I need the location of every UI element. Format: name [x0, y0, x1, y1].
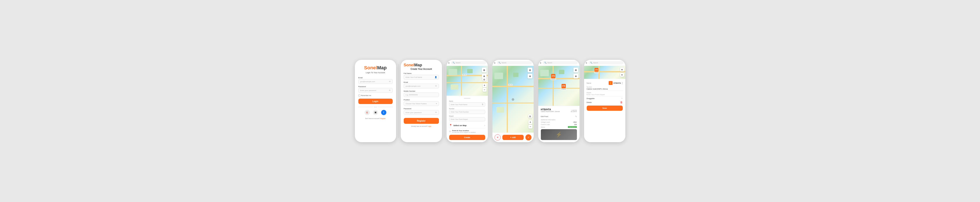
status-row: Status Operational	[541, 126, 577, 128]
edit-pencil-icon[interactable]: ✎	[575, 115, 577, 118]
draggable-toggle[interactable]: ⚬	[621, 98, 623, 99]
select-on-map-row[interactable]: 📍 Select on Map ›	[449, 123, 485, 128]
save-button[interactable]: Save	[587, 106, 623, 111]
screen-login-frame: SonelMap Login To Your Account Email you…	[355, 60, 396, 142]
logo-sonel: Sonel	[364, 65, 377, 71]
tower-image: ⚡	[555, 131, 562, 137]
reg-position-input[interactable]: Choose Your Work Position ▾	[404, 101, 439, 106]
grid-tool-btn-4[interactable]: ⊞	[528, 68, 532, 73]
number-field-input[interactable]: Enter Your Point Number	[449, 110, 485, 114]
map-right-tools-3: ⊞ ⊕	[482, 68, 487, 79]
gps-title: Point At Your location	[452, 129, 476, 131]
facebook-login-button[interactable]: f	[381, 110, 387, 115]
search-bar-3[interactable]: 🔍 Search	[451, 61, 486, 65]
edit-number-value[interactable]: Cabine mobil ENPC 20mva	[587, 88, 623, 91]
road-h2-5	[538, 88, 579, 88]
reg-mobile-input[interactable]: e.g. 055555555	[404, 93, 439, 97]
login-button[interactable]: Login	[358, 99, 393, 104]
hamburger-icon[interactable]: ≡	[448, 62, 450, 64]
email-icon: ✉	[389, 80, 391, 82]
apple-login-button[interactable]: ⌘	[373, 110, 378, 115]
edit-number-label: Number	[587, 86, 623, 88]
map-block-1-5	[540, 70, 549, 76]
map-block-3-4	[496, 107, 504, 112]
search-bar-5[interactable]: 🔍 Search	[542, 61, 578, 65]
map-body-4[interactable]: CM 101 ⊞ ⊕ ⊕ + − ◎	[492, 66, 534, 133]
search-bar-4[interactable]: 🔍 Search	[497, 61, 532, 65]
remember-checkbox[interactable]	[358, 95, 360, 96]
edit-hta-marker: HTB HTB/HTA	[594, 68, 599, 73]
additional-info-row: Additional Information	[541, 119, 577, 120]
google-login-button[interactable]: G	[364, 110, 370, 115]
divider-or: • • •	[374, 106, 377, 108]
email-input[interactable]: you@example.com ✉	[358, 79, 393, 84]
divider-line-left	[358, 107, 373, 107]
edit-grid-btn[interactable]: ⊞	[620, 68, 624, 71]
depart-field-input[interactable]: Enter Your Point Depart	[449, 117, 485, 122]
remember-row: Remember me	[358, 95, 371, 96]
zoom-minus-btn[interactable]: −	[483, 88, 487, 92]
email-label: Email	[358, 77, 363, 79]
create-point-panel: Name Enter Your Point Name ⇅ Number Ente…	[447, 96, 488, 142]
remember-label: Remember me	[361, 95, 371, 96]
map-block-2	[467, 69, 473, 73]
reg-password-input[interactable]: Enter your password 👁	[404, 110, 439, 115]
depart-field-label: Depart	[449, 115, 485, 117]
reg-mobile-label: Mobile Number	[404, 90, 415, 92]
hamburger-icon-6[interactable]: ≡	[586, 62, 587, 64]
voltage-label: Voltage Level	[541, 122, 550, 123]
grid-tool-btn[interactable]: ⊞	[482, 68, 487, 73]
hta-marker-2[interactable]: HTB HTB/HTA	[561, 84, 566, 90]
edit-name-label: Name	[587, 82, 591, 84]
create-button[interactable]: Create	[449, 135, 485, 140]
edit-layers-btn[interactable]: ⊕	[620, 73, 624, 77]
search-bar-6[interactable]: 🔍 Search	[589, 61, 624, 65]
delete-row: Delete 🗑	[587, 101, 623, 104]
login-screen: SonelMap Login To Your Account Email you…	[355, 60, 396, 123]
edit-btn-row: Edit Point ✎	[541, 115, 577, 118]
divider-line-right	[378, 107, 393, 107]
chevron-down-icon: ▾	[436, 103, 437, 105]
map-header-3: ≡ 🔍 Search	[447, 60, 488, 66]
road-v1-5	[552, 66, 554, 106]
edit-map-bg: HTB HTB/HTA	[584, 66, 625, 79]
zoom-minus-btn-4[interactable]: −	[528, 125, 532, 128]
layers-tool-btn-5[interactable]: ⊕	[573, 74, 578, 79]
hta-marker-1[interactable]: HTB HTB/HTA	[550, 74, 556, 80]
separator-1	[398, 64, 399, 138]
chevrons-updown[interactable]: ▴▾	[622, 82, 623, 85]
login-footer: Don't have an account? Register	[365, 118, 385, 119]
reg-email-input[interactable]: you@example.com 👁	[404, 84, 439, 88]
grid-tool-btn-5[interactable]: ⊞	[573, 68, 578, 73]
eye-icon: 👁	[389, 89, 391, 92]
hamburger-icon-5[interactable]: ≡	[540, 62, 541, 64]
register-button[interactable]: Register	[404, 118, 439, 124]
confirm-button[interactable]: ✓	[525, 134, 531, 140]
add-button[interactable]: + Add	[503, 135, 524, 140]
map-right-tools-5: ⊞ ⊕	[573, 68, 578, 79]
location-btn-4[interactable]: ◎	[528, 114, 532, 118]
separator-3	[490, 64, 490, 138]
map-block-3	[451, 84, 458, 90]
reg-fullname-input[interactable]: Enter Your Full Name 👤	[404, 75, 439, 79]
map-block-2-5	[559, 70, 564, 74]
layers-tool-btn-4[interactable]: ⊕	[528, 74, 532, 79]
location-btn-3[interactable]: ◎	[482, 77, 487, 82]
status-label: Status	[541, 126, 545, 128]
road-h2	[447, 82, 488, 83]
logo-map: Map	[377, 65, 387, 71]
separator-5	[582, 64, 582, 138]
edit-depart-input[interactable]: Enter Your Point Depart	[587, 94, 623, 96]
register-link[interactable]: Register	[380, 118, 385, 119]
trash-icon[interactable]: 🗑	[620, 101, 623, 104]
login-link[interactable]: Login	[428, 126, 431, 127]
zoom-plus-btn-4[interactable]: +	[528, 120, 532, 124]
cancel-button[interactable]: ✕	[495, 134, 501, 140]
name-field-input[interactable]: Enter Your Point Name ⇅	[449, 102, 485, 107]
password-input[interactable]: Enter your password 👁	[358, 88, 393, 93]
status-badge: Operational	[568, 126, 577, 128]
detail-title: HTB/HTA	[541, 108, 560, 111]
hamburger-icon-4[interactable]: ≡	[494, 62, 495, 64]
zoom-plus-btn[interactable]: +	[483, 84, 487, 87]
register-logo-sonel: Sonel	[404, 63, 414, 67]
